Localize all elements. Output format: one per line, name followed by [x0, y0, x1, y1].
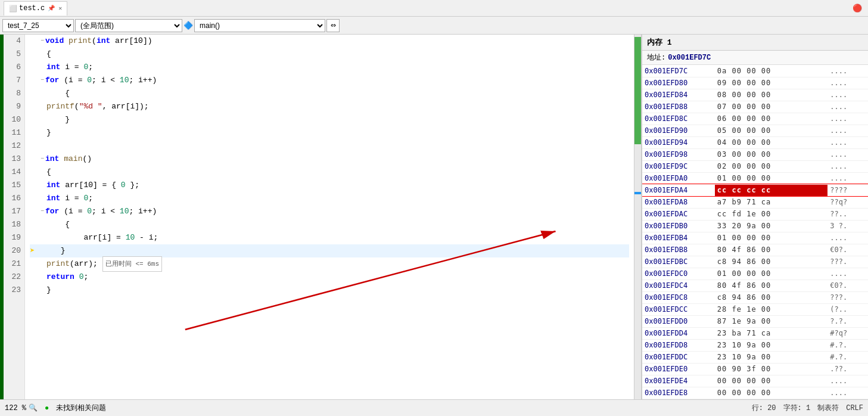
code-line[interactable]: }: [30, 126, 629, 139]
code-line[interactable]: {: [30, 166, 629, 179]
memory-row[interactable]: 0x001EFDE000 90 3f 00.??.: [642, 363, 868, 375]
mem-address-cell: 0x001EFDC4: [642, 280, 715, 291]
mem-address-cell: 0x001EFDB0: [642, 220, 715, 232]
mem-chars-cell: ....: [827, 89, 868, 101]
global-scope-select[interactable]: (全局范围): [75, 19, 182, 32]
tab-pin-icon[interactable]: 📌: [48, 5, 55, 12]
memory-row[interactable]: 0x001EFDC8c8 94 86 00???.: [642, 291, 868, 303]
code-line[interactable]: print(arr);已用时间 <= 6ms: [30, 257, 629, 271]
memory-row[interactable]: 0x001EFDBCc8 94 86 00???.: [642, 256, 868, 268]
code-line[interactable]: {: [30, 87, 629, 100]
scrollbar-thumb[interactable]: [634, 37, 641, 144]
memory-row[interactable]: 0x001EFDC480 4f 86 00€0?.: [642, 280, 868, 291]
memory-row[interactable]: 0x001EFDB880 4f 86 00€0?.: [642, 244, 868, 256]
memory-row[interactable]: 0x001EFD8009 00 00 00....: [642, 77, 868, 89]
file-tab[interactable]: ⬜ test.c 📌 ✕: [4, 1, 67, 15]
memory-address-bar: 地址: 0x001EFD7C: [642, 51, 868, 65]
memory-row[interactable]: 0x001EFD9803 00 00 00....: [642, 148, 868, 160]
code-line[interactable]: [30, 139, 629, 153]
memory-row[interactable]: 0x001EFDA8a7 b9 71 ca??q?: [642, 196, 868, 208]
fold-marker[interactable]: −: [41, 74, 44, 87]
mem-bytes-cell: 23 10 9a 00: [715, 351, 828, 363]
mem-bytes-cell: 06 00 00 00: [715, 113, 828, 125]
window-controls: 🔴: [853, 4, 862, 13]
mem-chars-cell: #?q?: [827, 327, 868, 339]
minimize-icon[interactable]: 🔴: [853, 4, 862, 13]
code-line[interactable]: arr[i] = 10 - i;: [30, 231, 629, 244]
memory-row[interactable]: 0x001EFD7C0a 00 00 00....: [642, 65, 868, 77]
memory-row[interactable]: 0x001EFDD087 1e 9a 00?.?.: [642, 315, 868, 327]
code-line[interactable]: −int main(): [30, 153, 629, 166]
mem-chars-cell: ?.?.: [827, 315, 868, 327]
mem-chars-cell: ....: [827, 101, 868, 113]
split-icon-btn[interactable]: ⇔: [326, 19, 340, 32]
fold-marker[interactable]: −: [41, 153, 44, 166]
memory-row[interactable]: 0x001EFDDC23 10 9a 00#.?.: [642, 351, 868, 363]
mem-bytes-cell: 01 00 00 00: [715, 232, 828, 244]
address-value: 0x001EFD7C: [668, 54, 711, 62]
memory-row[interactable]: 0x001EFD9C02 00 00 00....: [642, 160, 868, 172]
memory-row[interactable]: 0x001EFDA4cc cc cc cc????: [642, 184, 868, 196]
memory-row[interactable]: 0x001EFD8807 00 00 00....: [642, 101, 868, 113]
memory-panel-header: 内存 1: [642, 35, 868, 51]
code-line[interactable]: return 0;: [30, 271, 629, 284]
code-line[interactable]: int i = 0;: [30, 61, 629, 74]
memory-row[interactable]: 0x001EFD9005 00 00 00....: [642, 125, 868, 136]
mem-address-cell: 0x001EFDE8: [642, 387, 715, 399]
memory-row[interactable]: 0x001EFDC001 00 00 00....: [642, 268, 868, 280]
code-line[interactable]: printf("%d ", arr[i]);: [30, 100, 629, 113]
mem-bytes-cell: 87 1e 9a 00: [715, 315, 828, 327]
memory-row[interactable]: 0x001EFDACcc fd 1e 00??..: [642, 208, 868, 220]
function-select[interactable]: main(): [194, 19, 325, 32]
mem-chars-cell: ....: [827, 148, 868, 160]
code-line[interactable]: ➤ }: [30, 244, 629, 257]
tab-filename: test.c: [19, 4, 45, 13]
fold-marker[interactable]: −: [41, 35, 44, 48]
code-panel: 4567891011121314151617181920212223 −void…: [0, 35, 642, 399]
memory-row[interactable]: 0x001EFDD423 ba 71 ca#?q?: [642, 327, 868, 339]
mem-bytes-cell: 03 00 00 00: [715, 148, 828, 160]
mem-chars-cell: ....: [827, 268, 868, 280]
memory-row[interactable]: 0x001EFD9404 00 00 00....: [642, 136, 868, 148]
file-scope-select[interactable]: test_7_25: [2, 19, 74, 32]
fold-marker[interactable]: −: [41, 205, 44, 218]
memory-row[interactable]: 0x001EFDB401 00 00 00....: [642, 232, 868, 244]
code-line[interactable]: −for (i = 0; i < 10; i++): [30, 74, 629, 87]
code-line[interactable]: −for (i = 0; i < 10; i++): [30, 205, 629, 218]
zoom-control[interactable]: 122 % 🔍: [5, 403, 38, 412]
mem-chars-cell: ??..: [827, 208, 868, 220]
memory-row[interactable]: 0x001EFDA001 00 00 00....: [642, 172, 868, 184]
mem-chars-cell: 3 ?.: [827, 220, 868, 232]
memory-row[interactable]: 0x001EFD8C06 00 00 00....: [642, 113, 868, 125]
code-line[interactable]: int arr[10] = { 0 };: [30, 179, 629, 192]
tab-bar: ⬜ test.c 📌 ✕ 🔴: [0, 0, 868, 17]
zoom-icon[interactable]: 🔍: [29, 403, 38, 412]
code-scrollbar[interactable]: [634, 35, 641, 399]
code-line[interactable]: int i = 0;: [30, 192, 629, 205]
memory-row[interactable]: 0x001EFDEC00 00 00 00....: [642, 399, 868, 399]
code-line[interactable]: −void print(int arr[10]): [30, 35, 629, 48]
memory-row[interactable]: 0x001EFDE800 00 00 00....: [642, 387, 868, 399]
tab-close-icon[interactable]: ✕: [58, 5, 62, 12]
mem-chars-cell: ....: [827, 399, 868, 399]
mem-bytes-cell: 80 4f 86 00: [715, 244, 828, 256]
memory-table: 0x001EFD7C0a 00 00 00....0x001EFD8009 00…: [642, 65, 868, 399]
code-line[interactable]: }: [30, 284, 629, 297]
code-content[interactable]: −void print(int arr[10]){int i = 0;−for …: [25, 35, 634, 399]
function-icon: 🔷: [183, 21, 193, 30]
mem-address-cell: 0x001EFDEC: [642, 399, 715, 399]
memory-row[interactable]: 0x001EFDCC28 fe 1e 00(?..: [642, 303, 868, 315]
code-line[interactable]: {: [30, 48, 629, 61]
mem-address-cell: 0x001EFDD4: [642, 327, 715, 339]
memory-row[interactable]: 0x001EFD8408 00 00 00....: [642, 89, 868, 101]
mem-bytes-cell: 33 20 9a 00: [715, 220, 828, 232]
code-line[interactable]: {: [30, 218, 629, 231]
memory-row[interactable]: 0x001EFDE400 00 00 00....: [642, 375, 868, 387]
code-line[interactable]: }: [30, 113, 629, 126]
memory-table-container[interactable]: 0x001EFD7C0a 00 00 00....0x001EFD8009 00…: [642, 65, 868, 399]
memory-row[interactable]: 0x001EFDB033 20 9a 003 ?.: [642, 220, 868, 232]
mem-bytes-cell: 09 00 00 00: [715, 77, 828, 89]
mem-chars-cell: ....: [827, 125, 868, 136]
memory-row[interactable]: 0x001EFDD823 10 9a 00#.?.: [642, 339, 868, 351]
mem-bytes-cell: 07 00 00 00: [715, 101, 828, 113]
